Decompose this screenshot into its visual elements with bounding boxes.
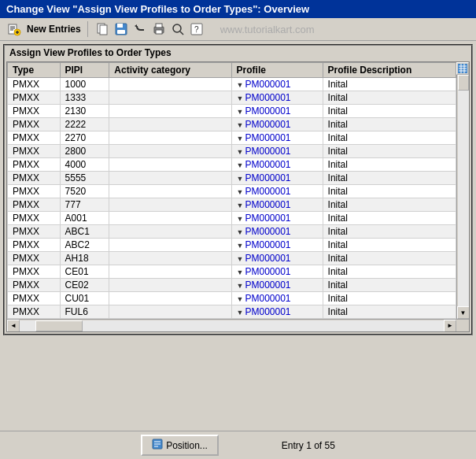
position-icon (152, 439, 163, 452)
print-icon[interactable] (151, 21, 167, 37)
cell-activity (109, 292, 231, 305)
cell-profile[interactable]: ▼PM000001 (231, 172, 323, 185)
cell-description: Inital (323, 225, 456, 239)
svg-point-16 (173, 24, 181, 32)
cell-plpl: A001 (60, 212, 109, 225)
scroll-down-button[interactable]: ▼ (457, 306, 470, 319)
table-row[interactable]: PMXXABC2▼PM000001Inital (8, 239, 456, 252)
table-row[interactable]: PMXX777▼PM000001Inital (8, 198, 456, 212)
watermark: www.tutorialkart.com (220, 24, 315, 35)
table-row[interactable]: PMXXABC1▼PM000001Inital (8, 225, 456, 239)
h-scroll-track (20, 320, 444, 331)
bottom-bar: Position... Entry 1 of 55 (0, 431, 476, 459)
cell-profile[interactable]: ▼PM000001 (231, 158, 323, 172)
cell-profile[interactable]: ▼PM000001 (231, 105, 323, 118)
cell-profile[interactable]: ▼PM000001 (231, 225, 323, 239)
table-settings-button[interactable] (456, 62, 469, 75)
cell-activity (109, 305, 231, 319)
cell-plpl: AH18 (60, 252, 109, 265)
cell-activity (109, 212, 231, 225)
copy-icon[interactable] (94, 21, 110, 37)
table-row[interactable]: PMXX2130▼PM000001Inital (8, 105, 456, 118)
cell-description: Inital (323, 158, 456, 172)
cell-plpl: 777 (60, 198, 109, 212)
cell-profile[interactable]: ▼PM000001 (231, 305, 323, 319)
table-row[interactable]: PMXXCE02▼PM000001Inital (8, 279, 456, 292)
cell-profile[interactable]: ▼PM000001 (231, 198, 323, 212)
new-entries-label[interactable]: New Entries (27, 24, 81, 35)
table-row[interactable]: PMXX5555▼PM000001Inital (8, 172, 456, 185)
table-row[interactable]: PMXX4000▼PM000001Inital (8, 158, 456, 172)
cell-profile[interactable]: ▼PM000001 (231, 292, 323, 305)
undo-icon[interactable] (132, 21, 148, 37)
help-icon[interactable]: ? (189, 21, 205, 37)
cell-profile[interactable]: ▼PM000001 (231, 131, 323, 145)
cell-profile[interactable]: ▼PM000001 (231, 145, 323, 158)
cell-profile[interactable]: ▼PM000001 (231, 252, 323, 265)
cell-profile[interactable]: ▼PM000001 (231, 265, 323, 279)
table-row[interactable]: PMXX1000▼PM000001Inital (8, 78, 456, 91)
col-plpl[interactable]: PlPl (60, 63, 109, 78)
cell-profile[interactable]: ▼PM000001 (231, 185, 323, 198)
cell-type: PMXX (8, 198, 61, 212)
cell-plpl: 2222 (60, 118, 109, 131)
svg-rect-8 (100, 25, 107, 35)
scroll-left-button[interactable]: ◄ (7, 320, 20, 332)
table-row[interactable]: PMXX7520▼PM000001Inital (8, 185, 456, 198)
cell-type: PMXX (8, 91, 61, 105)
scroll-track (458, 75, 469, 306)
table-row[interactable]: PMXX2270▼PM000001Inital (8, 131, 456, 145)
cell-description: Inital (323, 292, 456, 305)
svg-rect-15 (156, 30, 162, 34)
cell-type: PMXX (8, 145, 61, 158)
main-table: Type PlPl Activity category Profile Prof… (7, 62, 456, 319)
scroll-thumb[interactable] (458, 75, 469, 91)
cell-plpl: CE02 (60, 279, 109, 292)
cell-plpl: 4000 (60, 158, 109, 172)
cell-profile[interactable]: ▼PM000001 (231, 239, 323, 252)
cell-activity (109, 225, 231, 239)
svg-line-17 (180, 31, 183, 35)
cell-type: PMXX (8, 292, 61, 305)
cell-activity (109, 78, 231, 91)
cell-description: Inital (323, 118, 456, 131)
table-row[interactable]: PMXXCU01▼PM000001Inital (8, 292, 456, 305)
table-row[interactable]: PMXX2222▼PM000001Inital (8, 118, 456, 131)
cell-plpl: 5555 (60, 172, 109, 185)
cell-plpl: CU01 (60, 292, 109, 305)
cell-profile[interactable]: ▼PM000001 (231, 78, 323, 91)
cell-profile[interactable]: ▼PM000001 (231, 118, 323, 131)
separator-1 (87, 21, 88, 37)
cell-plpl: 1000 (60, 78, 109, 91)
cell-activity (109, 279, 231, 292)
scroll-right-button[interactable]: ► (444, 320, 456, 332)
new-entries-icon[interactable] (6, 21, 22, 37)
cell-description: Inital (323, 91, 456, 105)
table-row[interactable]: PMXX1333▼PM000001Inital (8, 91, 456, 105)
save-icon[interactable] (113, 21, 129, 37)
cell-type: PMXX (8, 225, 61, 239)
col-activity[interactable]: Activity category (109, 63, 231, 78)
cell-profile[interactable]: ▼PM000001 (231, 212, 323, 225)
toolbar: New Entries (0, 18, 476, 41)
h-scroll-thumb[interactable] (35, 320, 83, 331)
cell-type: PMXX (8, 185, 61, 198)
cell-type: PMXX (8, 105, 61, 118)
cell-profile[interactable]: ▼PM000001 (231, 279, 323, 292)
table-row[interactable]: PMXXCE01▼PM000001Inital (8, 265, 456, 279)
table-row[interactable]: PMXXFUL6▼PM000001Inital (8, 305, 456, 319)
col-profile[interactable]: Profile (231, 63, 323, 78)
cell-profile[interactable]: ▼PM000001 (231, 91, 323, 105)
app-window: Change View "Assign View Profiles to Ord… (0, 0, 476, 459)
position-button[interactable]: Position... (141, 435, 219, 456)
cell-type: PMXX (8, 172, 61, 185)
find-icon[interactable] (170, 21, 186, 37)
col-type[interactable]: Type (8, 63, 61, 78)
table-row[interactable]: PMXX2800▼PM000001Inital (8, 145, 456, 158)
table-row[interactable]: PMXXAH18▼PM000001Inital (8, 252, 456, 265)
table-row[interactable]: PMXXA001▼PM000001Inital (8, 212, 456, 225)
cell-type: PMXX (8, 279, 61, 292)
cell-description: Inital (323, 265, 456, 279)
col-description[interactable]: Profile Description (323, 63, 456, 78)
cell-activity (109, 145, 231, 158)
